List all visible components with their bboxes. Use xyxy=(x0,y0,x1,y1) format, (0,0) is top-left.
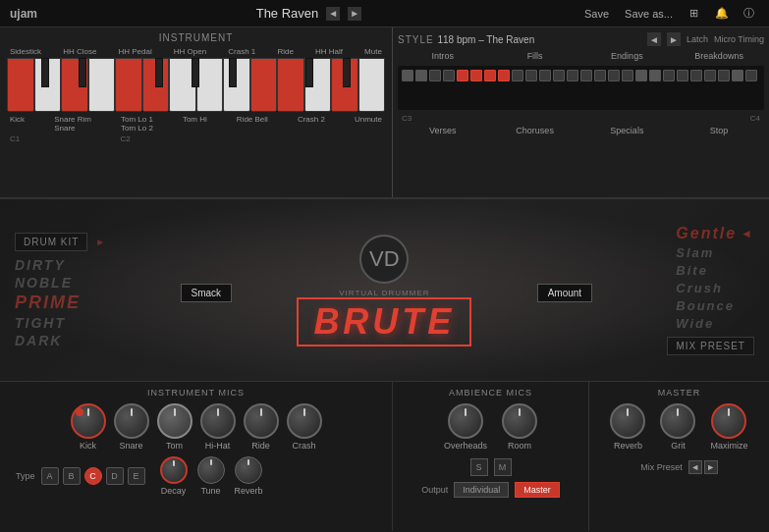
crash-knob[interactable] xyxy=(287,403,322,439)
smack-button[interactable]: Smack xyxy=(181,284,233,302)
style-categories: Intros Fills Endings Breakdowns xyxy=(398,50,764,62)
style-btn-20[interactable] xyxy=(663,70,675,81)
instrument-mics: INSTRUMENT MICS Kick Snare xyxy=(0,382,393,531)
cat-intros[interactable]: Intros xyxy=(398,50,488,62)
style-btn-8[interactable] xyxy=(498,70,510,81)
key-a1[interactable] xyxy=(142,58,170,112)
tune-knob[interactable] xyxy=(197,456,225,484)
room-knob[interactable] xyxy=(502,403,537,439)
drum-labels-bottom: Kick Snare RimSnare Tom Lo 1Tom Lo 2 Tom… xyxy=(5,115,387,133)
style-btn-19[interactable] xyxy=(649,70,661,81)
toolbar: Save Save as... ⊞ 🔔 ⓘ xyxy=(580,4,759,24)
cat-endings[interactable]: Endings xyxy=(582,50,673,62)
style-btn-18[interactable] xyxy=(635,70,647,81)
m-button[interactable]: M xyxy=(494,458,512,476)
kick-knob[interactable] xyxy=(71,403,106,439)
hihat-knob[interactable] xyxy=(200,403,236,439)
decay-knob[interactable] xyxy=(160,456,188,484)
key-f1[interactable] xyxy=(88,58,116,112)
style-btn-13[interactable] xyxy=(567,70,578,81)
key-e2[interactable] xyxy=(250,58,278,112)
style-prev-button[interactable]: ◄ xyxy=(647,32,661,46)
bell-icon[interactable]: 🔔 xyxy=(712,4,732,24)
note-c1-label: C1 C2 xyxy=(5,134,387,143)
style-grid xyxy=(398,66,764,110)
decay-label: Decay xyxy=(161,486,187,496)
type-d-button[interactable]: D xyxy=(106,467,124,485)
master-title: MASTER xyxy=(595,388,763,398)
key-f2[interactable] xyxy=(277,58,304,112)
snare-knob[interactable] xyxy=(114,403,149,439)
type-e-button[interactable]: E xyxy=(128,467,145,485)
style-btn-2[interactable] xyxy=(415,70,427,81)
style-btn-17[interactable] xyxy=(622,70,633,81)
style-btn-1[interactable] xyxy=(402,70,413,81)
mix-preset-prev[interactable]: ◄ xyxy=(688,460,702,474)
style-btn-7[interactable] xyxy=(484,70,496,81)
prev-preset-button[interactable]: ◄ xyxy=(326,7,340,21)
label-snare-rim: Snare RimSnare xyxy=(54,115,91,133)
style-btn-24[interactable] xyxy=(718,70,730,81)
s-button[interactable]: S xyxy=(470,458,488,476)
key-e1[interactable] xyxy=(61,58,88,112)
style-btn-12[interactable] xyxy=(553,70,565,81)
key-d2[interactable] xyxy=(223,58,250,112)
row-verses: Verses xyxy=(398,126,488,135)
key-g1[interactable] xyxy=(115,58,142,112)
key-b1[interactable] xyxy=(169,58,196,112)
style-btn-16[interactable] xyxy=(608,70,620,81)
reverb-master-knob[interactable] xyxy=(610,403,645,439)
style-btn-3[interactable] xyxy=(429,70,441,81)
style-btn-10[interactable] xyxy=(525,70,537,81)
latch-button[interactable]: Latch xyxy=(687,34,708,44)
style-btn-21[interactable] xyxy=(677,70,688,81)
top-section: INSTRUMENT Sidestick HH Close HH Pedal H… xyxy=(0,27,769,199)
note-c3: C3 xyxy=(402,114,412,123)
key-b2[interactable] xyxy=(358,58,386,112)
style-btn-9[interactable] xyxy=(512,70,523,81)
tom-knob[interactable] xyxy=(157,403,192,439)
grit-knob[interactable] xyxy=(660,403,695,439)
style-btn-23[interactable] xyxy=(704,70,716,81)
style-btn-11[interactable] xyxy=(539,70,551,81)
info-icon[interactable]: ⓘ xyxy=(740,4,759,24)
style-next-button[interactable]: ► xyxy=(667,32,681,46)
room-label: Room xyxy=(508,441,531,451)
output-label: Output xyxy=(421,485,448,495)
next-preset-button[interactable]: ► xyxy=(348,7,361,21)
grid-icon[interactable]: ⊞ xyxy=(685,4,704,24)
style-btn-26[interactable] xyxy=(745,70,757,81)
note-c2-label: C2 xyxy=(120,134,130,143)
vd-text: VIRTUAL DRUMMER xyxy=(297,289,471,297)
style-btn-6[interactable] xyxy=(470,70,482,81)
cat-fills[interactable]: Fills xyxy=(490,50,580,62)
cat-breakdowns[interactable]: Breakdowns xyxy=(674,50,764,62)
key-a2[interactable] xyxy=(331,58,358,112)
row-choruses: Choruses xyxy=(490,126,580,135)
individual-button[interactable]: Individual xyxy=(454,482,509,498)
type-and-knobs-row: Type A B C D E Decay Tune xyxy=(6,456,386,496)
style-btn-14[interactable] xyxy=(580,70,592,81)
type-c-button[interactable]: C xyxy=(84,467,102,485)
key-c1[interactable] xyxy=(7,58,34,112)
key-g2[interactable] xyxy=(304,58,332,112)
style-btn-25[interactable] xyxy=(732,70,743,81)
maximize-knob[interactable] xyxy=(711,403,746,439)
amount-button[interactable]: Amount xyxy=(537,284,592,302)
type-b-button[interactable]: B xyxy=(63,467,81,485)
save-as-button[interactable]: Save as... xyxy=(621,6,677,22)
type-a-button[interactable]: A xyxy=(41,467,59,485)
style-btn-22[interactable] xyxy=(690,70,702,81)
style-btn-5[interactable] xyxy=(457,70,468,81)
key-c2[interactable] xyxy=(196,58,224,112)
style-btn-15[interactable] xyxy=(594,70,606,81)
key-d1[interactable] xyxy=(34,58,62,112)
master-button[interactable]: Master xyxy=(515,482,560,498)
mix-preset-next[interactable]: ► xyxy=(704,460,718,474)
overheads-knob[interactable] xyxy=(448,403,483,439)
save-button[interactable]: Save xyxy=(580,6,613,22)
amb-mics-title: AMBIENCE MICS xyxy=(399,388,582,398)
ride-knob[interactable] xyxy=(244,403,279,439)
reverb-inst-knob[interactable] xyxy=(235,456,262,484)
style-btn-4[interactable] xyxy=(443,70,455,81)
